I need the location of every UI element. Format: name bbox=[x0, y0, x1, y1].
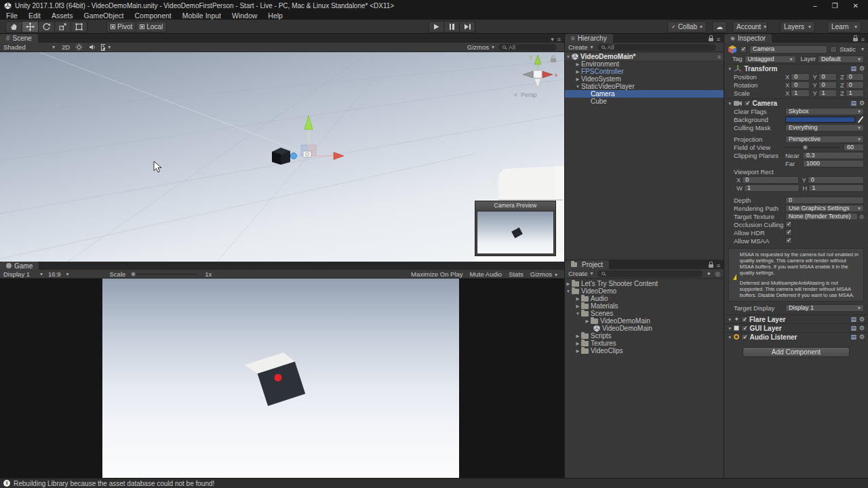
cloud-button[interactable]: ☁ bbox=[712, 21, 727, 33]
search-by-label-icon[interactable]: ◎ bbox=[715, 270, 720, 277]
move-tool-button[interactable] bbox=[22, 21, 39, 33]
game-gizmos-dropdown[interactable]: Gizmos▾ bbox=[527, 270, 561, 278]
position-x-field[interactable]: 0 bbox=[791, 73, 809, 81]
menu-gameobject[interactable]: GameObject bbox=[84, 12, 124, 20]
camera-enabled-checkbox[interactable] bbox=[744, 100, 750, 106]
tab-hierarchy[interactable]: ≡Hierarchy bbox=[565, 34, 613, 43]
culling-mask-dropdown[interactable]: Everything▾ bbox=[785, 124, 864, 131]
menu-help[interactable]: Help bbox=[268, 12, 283, 20]
occlusion-culling-checkbox[interactable] bbox=[785, 221, 792, 228]
layers-dropdown[interactable]: Layers▾ bbox=[780, 21, 815, 33]
project-item-videodemomain-scene[interactable]: VideoDemoMain bbox=[565, 325, 724, 332]
scale-slider-knob[interactable] bbox=[131, 272, 136, 277]
display-dropdown[interactable]: Display 1▾ bbox=[3, 270, 43, 278]
step-button[interactable] bbox=[460, 21, 475, 33]
clear-flags-dropdown[interactable]: Skybox▾ bbox=[785, 108, 864, 115]
viewport-h-field[interactable]: 1 bbox=[808, 184, 864, 192]
gizmo-z-axis-handle[interactable] bbox=[291, 153, 297, 159]
hierarchy-create-button[interactable]: Create▾ bbox=[568, 43, 593, 51]
hierarchy-item-staticvideoplayer[interactable]: ▼StaticVideoPlayer bbox=[565, 83, 724, 90]
disclosure-icon[interactable]: ▶ bbox=[574, 304, 581, 309]
disclosure-icon[interactable]: ▶ bbox=[574, 62, 581, 67]
gizmo-y-axis-handle[interactable] bbox=[304, 115, 313, 129]
disclosure-icon[interactable]: ▼ bbox=[574, 84, 581, 89]
gizmo-axis-negx-button[interactable] bbox=[523, 71, 533, 78]
rotation-y-field[interactable]: 0 bbox=[818, 81, 837, 89]
disclosure-icon[interactable]: ▼ bbox=[728, 317, 732, 322]
learn-dropdown[interactable]: Learn▾ bbox=[827, 21, 861, 33]
panel-options-icon[interactable]: ▾ bbox=[551, 36, 554, 43]
maximize-on-play-toggle[interactable]: Maximize On Play bbox=[408, 270, 467, 278]
menu-assets[interactable]: Assets bbox=[52, 12, 73, 20]
disclosure-icon[interactable]: ▶ bbox=[574, 333, 581, 339]
static-dropdown-icon[interactable]: ▾ bbox=[861, 46, 864, 52]
position-y-field[interactable]: 0 bbox=[818, 73, 837, 81]
hand-tool-button[interactable] bbox=[5, 21, 22, 33]
disclosure-icon[interactable]: ▶ bbox=[574, 69, 581, 75]
background-color-swatch[interactable] bbox=[785, 117, 855, 123]
project-item-materials[interactable]: ▶Materials bbox=[565, 302, 724, 310]
project-item-audio[interactable]: ▶Audio bbox=[565, 295, 724, 302]
scale-slider[interactable] bbox=[130, 274, 197, 274]
orientation-gizmo[interactable]: y x < Persp bbox=[514, 54, 557, 98]
close-button[interactable]: ✕ bbox=[853, 2, 859, 9]
project-item-videoclips[interactable]: ▶VideoClips bbox=[565, 347, 724, 354]
project-item-videodemo[interactable]: ▼VideoDemo bbox=[565, 287, 724, 295]
menu-mobile-input[interactable]: Mobile Input bbox=[182, 12, 221, 20]
viewport-w-field[interactable]: 1 bbox=[744, 184, 800, 192]
fov-slider-knob[interactable] bbox=[803, 145, 808, 150]
gizmo-axis-y-button[interactable] bbox=[534, 55, 541, 64]
scale-tool-button[interactable] bbox=[55, 21, 71, 33]
status-bar[interactable]: i Rebuilding Library because the asset d… bbox=[0, 478, 868, 488]
search-by-type-icon[interactable]: ✦ bbox=[707, 270, 712, 277]
lock-icon[interactable] bbox=[709, 264, 713, 268]
scene-lighting-toggle[interactable] bbox=[74, 43, 83, 52]
hierarchy-item-videosystem[interactable]: ▶VideoSystem bbox=[565, 75, 724, 83]
disclosure-icon[interactable]: ▼ bbox=[728, 326, 732, 331]
menu-window[interactable]: Window bbox=[232, 12, 257, 20]
minimize-button[interactable]: – bbox=[813, 2, 817, 9]
pause-button[interactable] bbox=[444, 21, 460, 33]
scale-x-field[interactable]: 1 bbox=[791, 89, 809, 97]
gameobject-name-field[interactable]: Camera bbox=[749, 45, 827, 54]
scene-viewport[interactable]: y x < Persp Camera Preview bbox=[0, 52, 564, 262]
gear-icon[interactable]: ⚙ bbox=[859, 316, 865, 323]
flare-layer-checkbox[interactable] bbox=[741, 317, 747, 323]
disclosure-icon[interactable]: ▼ bbox=[565, 289, 572, 293]
eyedropper-icon[interactable] bbox=[857, 116, 864, 123]
rotation-x-field[interactable]: 0 bbox=[791, 81, 809, 89]
help-icon[interactable]: ▤ bbox=[850, 65, 856, 72]
fov-slider[interactable] bbox=[785, 147, 840, 148]
layer-dropdown[interactable]: Default▾ bbox=[818, 56, 864, 63]
audio-listener-component-header[interactable]: ▼ Audio Listener ▤⚙ bbox=[724, 332, 868, 341]
gear-icon[interactable]: ⚙ bbox=[859, 325, 865, 331]
hierarchy-item-camera-selected[interactable]: Camera bbox=[565, 90, 724, 98]
near-field[interactable]: 0.3 bbox=[803, 152, 864, 159]
flare-layer-component-header[interactable]: ▼ ✦ Flare Layer ▤⚙ bbox=[724, 314, 868, 323]
help-icon[interactable]: ▤ bbox=[850, 333, 856, 340]
allow-msaa-checkbox[interactable] bbox=[785, 237, 792, 244]
collab-button[interactable]: ✓Collab▾ bbox=[667, 21, 707, 33]
fov-field[interactable]: 60 bbox=[844, 144, 864, 151]
disclosure-icon[interactable]: ▼ bbox=[728, 335, 732, 340]
stats-toggle[interactable]: Stats bbox=[505, 270, 527, 278]
target-texture-field[interactable]: None (Render Texture) bbox=[785, 213, 858, 220]
restore-button[interactable]: ❐ bbox=[832, 2, 838, 9]
far-field[interactable]: 1000 bbox=[803, 160, 864, 167]
move-gizmo[interactable] bbox=[291, 115, 344, 160]
rotation-z-field[interactable]: 0 bbox=[846, 81, 864, 89]
rect-tool-button[interactable] bbox=[71, 21, 87, 33]
panel-menu-icon[interactable]: ≡ bbox=[557, 36, 561, 43]
tab-project[interactable]: Project bbox=[565, 260, 609, 269]
menu-component[interactable]: Component bbox=[134, 12, 171, 20]
scene-context-menu-icon[interactable]: ≡ bbox=[717, 54, 724, 60]
project-search-input[interactable] bbox=[597, 270, 703, 277]
scene-audio-toggle[interactable] bbox=[87, 43, 97, 52]
2d-toggle[interactable]: 2D bbox=[62, 43, 70, 51]
panel-menu-icon[interactable]: ≡ bbox=[717, 36, 720, 43]
gizmo-center-cube-button[interactable] bbox=[534, 70, 542, 78]
depth-field[interactable]: 0 bbox=[785, 197, 864, 204]
target-display-dropdown[interactable]: Display 1▾ bbox=[785, 304, 864, 312]
mute-audio-toggle[interactable]: Mute Audio bbox=[467, 270, 506, 278]
panel-menu-icon[interactable]: ≡ bbox=[717, 262, 720, 269]
